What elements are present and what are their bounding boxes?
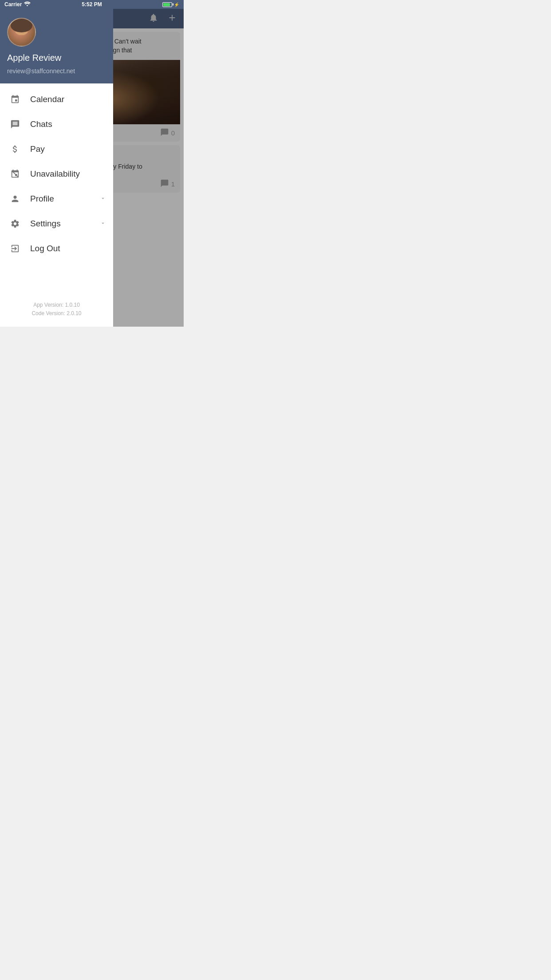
avatar bbox=[7, 18, 36, 47]
drawer-header: Apple Review review@staffconnect.net bbox=[0, 9, 113, 83]
code-version: Code Version: 2.0.10 bbox=[9, 309, 104, 318]
settings-label: Settings bbox=[30, 219, 61, 229]
chats-icon bbox=[9, 118, 21, 130]
wifi-icon bbox=[24, 1, 31, 8]
carrier-label: Carrier bbox=[4, 1, 22, 8]
side-drawer: Apple Review review@staffconnect.net Cal… bbox=[0, 9, 113, 327]
profile-icon bbox=[9, 193, 21, 205]
calendar-label: Calendar bbox=[30, 95, 64, 104]
sidebar-item-chats[interactable]: Chats bbox=[0, 112, 113, 137]
drawer-footer: App Version: 1.0.10 Code Version: 2.0.10 bbox=[0, 292, 113, 327]
sidebar-item-pay[interactable]: Pay bbox=[0, 137, 113, 162]
bolt-icon: ⚡ bbox=[174, 2, 179, 7]
pay-icon bbox=[9, 143, 21, 155]
calendar-icon bbox=[9, 93, 21, 106]
app-version: App Version: 1.0.10 bbox=[9, 301, 104, 309]
profile-chevron-icon bbox=[100, 195, 106, 203]
settings-icon bbox=[9, 217, 21, 230]
battery-icon bbox=[162, 2, 172, 7]
app-container: fice today! Can't waitng campaign that 0 bbox=[0, 9, 184, 327]
user-name: Apple Review bbox=[7, 53, 106, 63]
status-battery: ⚡ bbox=[162, 2, 179, 7]
profile-label: Profile bbox=[30, 194, 54, 204]
status-bar: Carrier 5:52 PM ⚡ bbox=[0, 0, 184, 9]
logout-label: Log Out bbox=[30, 244, 60, 253]
status-carrier-wifi: Carrier bbox=[4, 1, 31, 8]
pay-label: Pay bbox=[30, 144, 45, 154]
status-time: 5:52 PM bbox=[82, 1, 102, 8]
sidebar-item-logout[interactable]: Log Out bbox=[0, 236, 113, 261]
drawer-menu: Calendar Chats Pay bbox=[0, 83, 113, 292]
unavailability-label: Unavailability bbox=[30, 169, 80, 179]
sidebar-item-calendar[interactable]: Calendar bbox=[0, 87, 113, 112]
chats-label: Chats bbox=[30, 119, 52, 129]
logout-icon bbox=[9, 242, 21, 255]
sidebar-item-settings[interactable]: Settings bbox=[0, 211, 113, 236]
user-email: review@staffconnect.net bbox=[7, 67, 106, 75]
sidebar-item-profile[interactable]: Profile bbox=[0, 186, 113, 211]
sidebar-item-unavailability[interactable]: Unavailability bbox=[0, 162, 113, 186]
settings-chevron-icon bbox=[100, 220, 106, 228]
unavailability-icon bbox=[9, 168, 21, 180]
